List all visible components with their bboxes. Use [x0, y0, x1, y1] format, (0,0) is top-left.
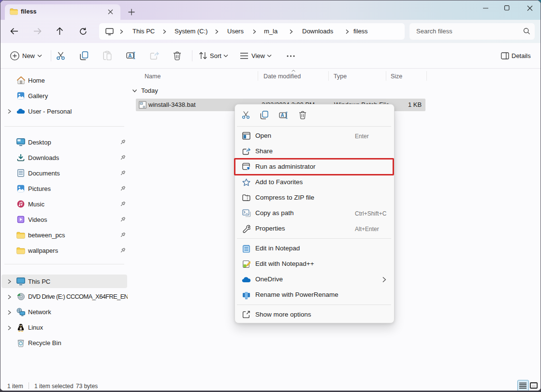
- svg-text:A: A: [281, 113, 284, 118]
- svg-text:A: A: [128, 53, 132, 58]
